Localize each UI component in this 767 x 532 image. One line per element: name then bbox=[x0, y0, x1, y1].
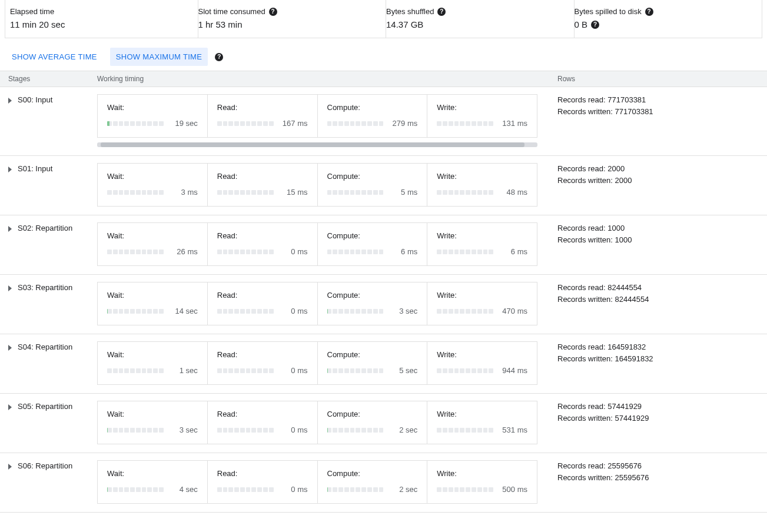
progress-bar bbox=[107, 250, 164, 254]
stage-name: S04: Repartition bbox=[18, 343, 72, 351]
timing-compute-value: 6 ms bbox=[389, 247, 417, 256]
progress-bar bbox=[327, 121, 384, 126]
timing-compute-value: 5 sec bbox=[389, 366, 417, 375]
progress-bar bbox=[217, 190, 274, 195]
timing-wait: Wait:19 sec bbox=[98, 95, 208, 137]
progress-bar bbox=[217, 428, 274, 433]
timing-read-value: 0 ms bbox=[280, 307, 308, 315]
timing-toggle-row: SHOW AVERAGE TIME SHOW MAXIMUM TIME ? bbox=[0, 48, 767, 71]
timing-wait-label: Wait: bbox=[107, 231, 198, 240]
progress-bar bbox=[107, 428, 164, 433]
horizontal-scrollbar[interactable] bbox=[97, 142, 537, 147]
summary-shuffled-value: 14.37 GB bbox=[386, 19, 565, 29]
expand-caret-icon[interactable] bbox=[8, 404, 12, 410]
stage-name: S03: Repartition bbox=[18, 283, 72, 292]
expand-caret-icon[interactable] bbox=[8, 167, 12, 172]
timing-read-value: 0 ms bbox=[280, 485, 308, 494]
timing-read-value: 0 ms bbox=[280, 247, 308, 256]
timing-wait-label: Wait: bbox=[107, 291, 198, 300]
timing-cell: Wait:14 secRead:0 msCompute:3 secWrite:4… bbox=[97, 282, 555, 325]
timing-read: Read:0 ms bbox=[208, 342, 318, 384]
expand-caret-icon[interactable] bbox=[8, 464, 12, 470]
progress-bar bbox=[217, 250, 274, 254]
progress-bar bbox=[437, 309, 493, 314]
timing-box: Wait:26 msRead:0 msCompute:6 msWrite:6 m… bbox=[97, 222, 537, 266]
timing-wait-value: 4 sec bbox=[170, 485, 198, 494]
timing-wait-value: 26 ms bbox=[170, 247, 198, 256]
timing-write-label: Write: bbox=[437, 469, 527, 478]
timing-wait-value: 1 sec bbox=[170, 366, 198, 375]
timing-write-value: 531 ms bbox=[499, 425, 527, 434]
timing-write-label: Write: bbox=[437, 410, 527, 418]
timing-box: Wait:4 secRead:0 msCompute:2 secWrite:50… bbox=[97, 460, 537, 504]
expand-caret-icon[interactable] bbox=[8, 226, 12, 232]
records-read: Records read: 57441929 bbox=[557, 401, 767, 413]
timing-read-label: Read: bbox=[217, 410, 308, 418]
timing-wait: Wait:26 ms bbox=[98, 223, 208, 265]
summary-elapsed: Elapsed time 11 min 20 sec bbox=[5, 0, 198, 38]
progress-bar bbox=[437, 121, 493, 126]
records-written: Records written: 1000 bbox=[557, 234, 767, 246]
timing-compute: Compute:2 sec bbox=[318, 461, 428, 503]
timing-compute: Compute:5 sec bbox=[318, 342, 428, 384]
records-written: Records written: 2000 bbox=[557, 175, 767, 187]
progress-bar bbox=[107, 309, 164, 314]
timing-compute: Compute:279 ms bbox=[318, 95, 428, 137]
stage-row: S03: RepartitionWait:14 secRead:0 msComp… bbox=[0, 275, 767, 334]
expand-caret-icon[interactable] bbox=[8, 98, 12, 104]
summary-spilled: Bytes spilled to disk ? 0 B ? bbox=[575, 0, 762, 38]
timing-write-value: 48 ms bbox=[499, 188, 527, 197]
timing-read-value: 167 ms bbox=[280, 119, 308, 128]
timing-box: Wait:14 secRead:0 msCompute:3 secWrite:4… bbox=[97, 282, 537, 325]
timing-wait: Wait:3 sec bbox=[98, 401, 208, 444]
timing-write-label: Write: bbox=[437, 231, 527, 240]
summary-elapsed-label: Elapsed time bbox=[10, 7, 188, 16]
timing-wait-label: Wait: bbox=[107, 172, 198, 181]
show-maximum-time-button[interactable]: SHOW MAXIMUM TIME bbox=[110, 48, 208, 66]
progress-bar bbox=[437, 250, 493, 254]
timing-write-value: 131 ms bbox=[499, 119, 527, 128]
expand-caret-icon[interactable] bbox=[8, 345, 12, 351]
timing-read: Read:0 ms bbox=[208, 461, 318, 503]
stage-name-cell: S03: Repartition bbox=[0, 282, 97, 325]
help-icon[interactable]: ? bbox=[269, 8, 277, 16]
header-rows: Rows bbox=[555, 75, 767, 83]
expand-caret-icon[interactable] bbox=[8, 285, 12, 291]
help-icon[interactable]: ? bbox=[645, 8, 653, 16]
help-icon[interactable]: ? bbox=[437, 8, 446, 16]
progress-bar bbox=[437, 428, 493, 433]
help-icon[interactable]: ? bbox=[591, 21, 599, 29]
timing-read: Read:0 ms bbox=[208, 223, 318, 265]
timing-write: Write:131 ms bbox=[427, 95, 537, 137]
records-read: Records read: 771703381 bbox=[557, 94, 767, 106]
timing-read-value: 15 ms bbox=[280, 188, 308, 197]
timing-wait: Wait:4 sec bbox=[98, 461, 208, 503]
timing-wait-label: Wait: bbox=[107, 469, 198, 478]
summary-spilled-label: Bytes spilled to disk bbox=[575, 7, 642, 16]
progress-bar bbox=[437, 487, 493, 492]
stage-name-cell: S01: Input bbox=[0, 163, 97, 207]
timing-wait-value: 14 sec bbox=[170, 307, 198, 315]
rows-cell: Records read: 164591832Records written: … bbox=[555, 341, 767, 385]
stage-name: S00: Input bbox=[18, 95, 52, 104]
timing-write-label: Write: bbox=[437, 291, 527, 300]
help-icon[interactable]: ? bbox=[215, 53, 223, 61]
timing-wait: Wait:14 sec bbox=[98, 282, 208, 325]
timing-wait-value: 19 sec bbox=[170, 119, 198, 128]
timing-cell: Wait:3 msRead:15 msCompute:5 msWrite:48 … bbox=[97, 163, 555, 207]
stage-name: S01: Input bbox=[18, 164, 52, 173]
records-written: Records written: 57441929 bbox=[557, 413, 767, 424]
timing-box: Wait:1 secRead:0 msCompute:5 secWrite:94… bbox=[97, 341, 537, 385]
timing-compute-value: 2 sec bbox=[389, 485, 417, 494]
stage-name: S02: Repartition bbox=[18, 224, 72, 232]
show-average-time-button[interactable]: SHOW AVERAGE TIME bbox=[6, 48, 103, 66]
timing-cell: Wait:4 secRead:0 msCompute:2 secWrite:50… bbox=[97, 460, 555, 504]
progress-bar bbox=[107, 368, 164, 373]
timing-compute-value: 279 ms bbox=[389, 119, 417, 128]
timing-compute-label: Compute: bbox=[327, 469, 418, 478]
timing-write-label: Write: bbox=[437, 172, 527, 181]
stage-row: S05: RepartitionWait:3 secRead:0 msCompu… bbox=[0, 394, 767, 453]
timing-write-value: 500 ms bbox=[499, 485, 527, 494]
timing-write: Write:531 ms bbox=[427, 401, 537, 444]
progress-bar bbox=[327, 368, 384, 373]
